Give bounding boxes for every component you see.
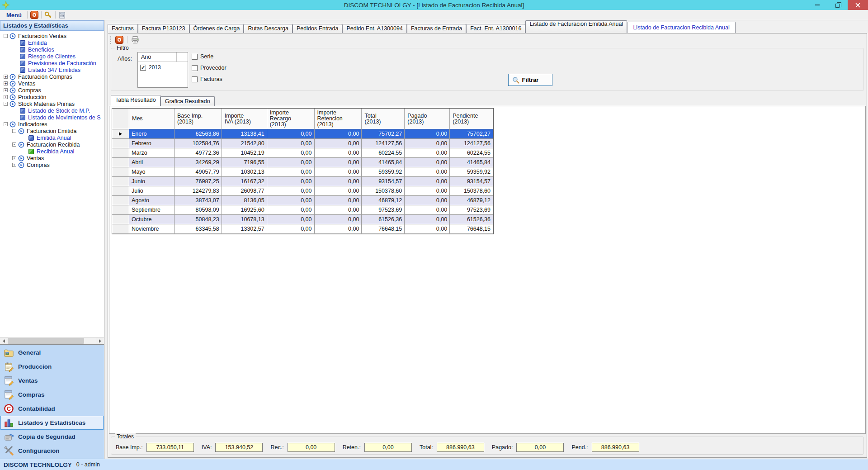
grid-cell[interactable]: 0,00 [267,158,315,167]
grid-cell[interactable]: 0,00 [405,148,450,158]
calculator-button[interactable] [57,10,67,19]
tree-item-ventas[interactable]: +Ventas [0,80,104,87]
row-selector-cell[interactable] [112,158,129,167]
tree-item-emitida-anual[interactable]: Emitida Anual [0,134,104,141]
grid-cell[interactable]: 0,00 [315,215,362,224]
grid-cell[interactable]: Noviembre [129,224,175,234]
tree-expander-icon[interactable]: - [12,129,16,133]
tree-item-previsiones-de-facturacion[interactable]: Previsiones de Facturación [0,60,104,66]
grid-cell[interactable]: 49057,79 [175,167,222,177]
tree-expander-icon[interactable]: + [12,163,16,167]
grid-cell[interactable]: 93154,57 [362,177,405,186]
tree-expander-icon[interactable]: + [4,75,8,79]
grid-cell[interactable]: 34269,29 [175,158,222,167]
column-header-importe[interactable]: Importe Recargo (2013) [267,109,315,129]
grid-cell[interactable]: Junio [129,177,175,186]
grid-cell[interactable]: 0,00 [267,148,315,158]
grid-cell[interactable]: 41465,84 [450,158,493,167]
tree-item-facturacion-emitida[interactable]: -Facturacion Emitida [0,128,104,134]
result-tab-grafica-resultado[interactable]: Grafica Resultado [160,96,215,106]
grid-cell[interactable]: 16925,60 [222,205,267,215]
tree-item-beneficios[interactable]: Beneficios [0,46,104,53]
close-button[interactable] [848,0,868,10]
grid-cell[interactable]: 0,00 [405,224,450,234]
grid-cell[interactable]: 0,00 [267,196,315,205]
column-header-pendiente[interactable]: Pendiente (2013) [450,109,493,129]
tab-facturas[interactable]: Facturas [108,24,138,33]
nav-item-contabilidad[interactable]: CContabilidad [0,402,104,416]
grid-cell[interactable]: 59359,92 [450,167,493,177]
grid-cell[interactable]: 0,00 [405,129,450,139]
row-selector-cell[interactable] [112,205,129,215]
grid-cell[interactable]: Octubre [129,215,175,224]
grid-cell[interactable]: 0,00 [315,167,362,177]
grid-cell[interactable]: Marzo [129,148,175,158]
table-row-enero[interactable]: Enero62563,8613138,410,000,0075702,270,0… [112,129,493,139]
nav-item-compras[interactable]: Compras [0,388,104,402]
grid-cell[interactable]: 10678,13 [222,215,267,224]
grid-cell[interactable]: 46879,12 [362,196,405,205]
grid-cell[interactable]: 13138,41 [222,129,267,139]
grid-cell[interactable]: 75702,27 [362,129,405,139]
grid-cell[interactable]: 97523,69 [450,205,493,215]
maximize-button[interactable] [827,0,848,10]
scrollbar-thumb[interactable] [8,338,84,344]
filter-option-serie[interactable]: Serie [192,53,226,60]
grid-cell[interactable]: 8136,05 [222,196,267,205]
grid-cell[interactable]: 21542,80 [222,139,267,148]
grid-cell[interactable]: 80598,09 [175,205,222,215]
tree-expander-icon[interactable]: - [4,34,8,38]
grid-cell[interactable]: 76987,25 [175,177,222,186]
tab-pedido-ent-a1300094[interactable]: Pedido Ent. A1300094 [342,24,406,33]
grid-cell[interactable]: 0,00 [405,158,450,167]
grid-cell[interactable]: 0,00 [315,205,362,215]
row-selector-cell[interactable] [112,177,129,186]
column-header-pagado[interactable]: Pagado (2013) [405,109,450,129]
row-selector-cell[interactable] [112,186,129,196]
checkbox-icon[interactable]: ✓ [140,65,146,71]
grid-cell[interactable]: 0,00 [315,158,362,167]
tree-hscrollbar[interactable] [0,337,104,344]
grid-cell[interactable]: 62563,86 [175,129,222,139]
table-row-mayo[interactable]: Mayo49057,7910302,130,000,0059359,920,00… [112,167,493,177]
grid-cell[interactable]: 0,00 [267,215,315,224]
result-tab-tabla-resultado[interactable]: Tabla Resultado [111,95,160,106]
tab-fact-ent-a1300016[interactable]: Fact. Ent. A1300016 [466,24,525,33]
grid-cell[interactable]: 0,00 [405,167,450,177]
grid-cell[interactable]: 41465,84 [362,158,405,167]
nav-item-produccion[interactable]: Produccion [0,360,104,374]
grid-cell[interactable]: 0,00 [315,139,362,148]
grid-cell[interactable]: 50848,23 [175,215,222,224]
filter-option-facturas[interactable]: Facturas [192,76,226,82]
grid-cell[interactable]: 124279,83 [175,186,222,196]
checkbox-icon[interactable] [192,76,198,82]
toolbar-grip[interactable] [110,36,112,44]
column-header-base-imp[interactable]: Base Imp. (2013) [175,109,222,129]
grid-cell[interactable]: 60224,55 [362,148,405,158]
table-row-julio[interactable]: Julio124279,8326098,770,000,00150378,600… [112,186,493,196]
grid-cell[interactable]: 150378,60 [450,186,493,196]
grid-cell[interactable]: 61526,36 [362,215,405,224]
grid-cell[interactable]: Mayo [129,167,175,177]
grid-cell[interactable]: 7196,55 [222,158,267,167]
nav-item-configuracion[interactable]: Configuracion [0,444,104,458]
grid-cell[interactable]: 10302,13 [222,167,267,177]
row-selector-cell[interactable] [112,167,129,177]
tree-item-compras[interactable]: +Compras [0,87,104,94]
grid-cell[interactable]: 0,00 [267,177,315,186]
row-selector-cell[interactable] [112,224,129,234]
grid-cell[interactable]: 26098,77 [222,186,267,196]
tab-listado-de-facturacion-recibida-anual[interactable]: Listado de Facturacion Recibida Anual [627,22,735,33]
tab-ordenes-de-carga[interactable]: Órdenes de Carga [189,24,244,33]
grid-cell[interactable]: 0,00 [315,196,362,205]
tree-expander-icon[interactable]: + [4,81,8,85]
nav-item-copia-de-seguridad[interactable]: Copia de Seguridad [0,430,104,444]
tab-facturas-de-entrada[interactable]: Facturas de Entrada [407,24,466,33]
grid-cell[interactable]: 0,00 [405,196,450,205]
table-row-junio[interactable]: Junio76987,2516167,320,000,0093154,570,0… [112,177,493,186]
grid-cell[interactable]: 124127,56 [450,139,493,148]
grid-cell[interactable]: 0,00 [267,205,315,215]
grid-cell[interactable]: Septiembre [129,205,175,215]
tree-expander-icon[interactable]: + [12,156,16,160]
grid-cell[interactable]: Julio [129,186,175,196]
